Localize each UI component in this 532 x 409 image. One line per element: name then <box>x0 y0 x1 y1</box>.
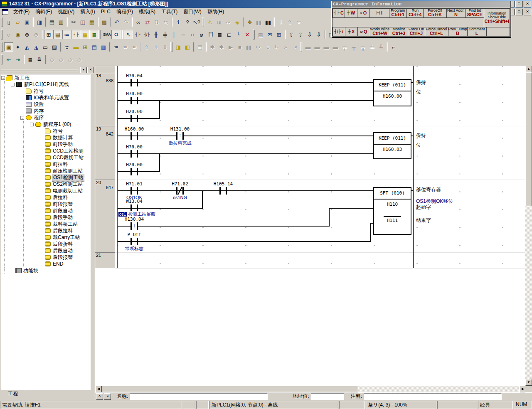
find-button[interactable]: ∞ <box>134 17 143 27</box>
new-contact-button[interactable]: ┤├ <box>133 30 142 39</box>
new-instruction-button[interactable]: 日 <box>206 30 215 39</box>
toolbar-grip[interactable] <box>1 30 3 39</box>
indent-decrease-button[interactable]: ⇤ <box>4 55 13 64</box>
tree-item[interactable]: 前拉料 <box>1 161 90 168</box>
tree-item[interactable]: 后段手动 <box>1 214 90 221</box>
tree-item[interactable]: -新PLC1[CP1H] 离线 <box>1 81 90 88</box>
rung-comment-button[interactable]: ▭ <box>41 42 50 52</box>
restore-button[interactable]: □ <box>515 1 523 7</box>
information-window[interactable]: CX-Programmer Information ┤├C╫W○O日IProgr… <box>331 1 511 37</box>
set-bit-value-button[interactable]: ⇩ <box>314 30 323 39</box>
redo-button[interactable]: ↷ <box>121 17 131 27</box>
menu-item[interactable]: 插入(I) <box>77 8 98 15</box>
differentiate-up-button[interactable]: ⇧ <box>142 42 151 52</box>
contact[interactable]: P_Off 常断标志 <box>130 238 139 245</box>
close-button[interactable]: ✕ <box>524 1 531 7</box>
zoom-out-button[interactable]: ⊖ <box>32 30 41 39</box>
menu-item[interactable]: 工具(T) <box>158 8 180 15</box>
name-field[interactable] <box>130 393 268 400</box>
show-monitor-boxes-button[interactable]: ┤├ <box>71 30 81 39</box>
zoom-region-button[interactable]: ◉ <box>13 30 22 39</box>
new-closed-contact-button[interactable]: ┤/├ <box>142 30 151 39</box>
zoom-in-button[interactable]: ⊕ <box>22 30 32 39</box>
cross-reference-button[interactable]: ≎ <box>62 42 71 52</box>
tree-expand-box[interactable]: - <box>30 123 34 126</box>
network-node-2-button[interactable]: ╥ <box>349 42 358 52</box>
scroll-up-button[interactable]: ▲ <box>525 66 532 72</box>
toolbar-grip[interactable] <box>253 30 255 39</box>
workspace-close-button[interactable]: ✕ <box>87 67 94 73</box>
address-reference-button[interactable]: ▬ <box>71 42 81 52</box>
compile-section-button[interactable]: ✉ <box>265 30 274 39</box>
tree-item[interactable]: 裁料桥工站 <box>1 221 90 227</box>
step-run-button[interactable]: ↦ <box>254 42 263 52</box>
workspace-grip[interactable] <box>1 69 78 71</box>
up-differentiated-contact[interactable]: ↑ H130.04 <box>130 222 139 230</box>
pause-monitor-button[interactable]: ▮▮ <box>254 17 264 27</box>
monitor-data-button[interactable]: ▤ <box>195 42 204 52</box>
contact[interactable]: H70.00 <box>130 97 139 104</box>
toolbar-grip[interactable] <box>1 42 3 52</box>
ci-view-button[interactable]: CI <box>111 30 121 39</box>
show-program-tree-button[interactable]: ≣ <box>90 30 99 39</box>
properties-button[interactable]: ▨ <box>50 42 59 52</box>
open-project-button[interactable]: ▱ <box>13 17 22 27</box>
tree-item[interactable]: 前段自动 <box>1 207 90 214</box>
new-horizontal-button[interactable]: ─ <box>179 30 188 39</box>
new-closed-coil-button[interactable]: ⌀ <box>197 30 206 39</box>
undo-button[interactable]: ↶ <box>112 17 121 27</box>
retrace-button[interactable]: ⇆ <box>161 17 170 27</box>
toolbar-grip[interactable] <box>1 17 3 27</box>
up-differentiated-contact[interactable]: ↑ H131.00 后拉料完成 <box>175 132 185 140</box>
operand-bar-collapse-button[interactable]: ◂ <box>104 393 111 400</box>
pause-simulation-button[interactable]: ▮▮ <box>244 42 254 52</box>
differentiate-down-button[interactable]: ⇩ <box>151 42 160 52</box>
tree-item[interactable]: -新程序1 (00) <box>1 121 90 128</box>
new-file-button[interactable]: ▯ <box>4 17 13 27</box>
pause-simulator-button[interactable]: ✱ <box>208 42 217 52</box>
help-topics-button[interactable]: ? <box>183 17 192 27</box>
force-reset-button[interactable]: ⇧ <box>296 30 305 39</box>
new-function-block-button[interactable]: ⊏ <box>224 30 234 39</box>
corner-connector-button[interactable]: ⌐ <box>389 42 398 52</box>
memory-view-button[interactable]: ⊞ <box>274 30 283 39</box>
io-bit-monitor-1-button[interactable]: ▬ <box>303 42 313 52</box>
tree-item[interactable]: CCD工站检测 <box>1 148 90 154</box>
child-restore-button[interactable]: □ <box>515 9 523 15</box>
watch-sheet-button[interactable]: ⊞ <box>81 42 90 52</box>
contact[interactable]: H70.04 <box>130 79 139 86</box>
operand-bar-close-button[interactable]: ✕ <box>96 393 103 400</box>
contact[interactable]: H160.00 <box>130 132 139 140</box>
rung-gutter-20[interactable]: 20 847 <box>95 180 115 252</box>
copy-button[interactable]: ◫ <box>78 17 87 27</box>
step-into-button[interactable]: ↴ <box>263 42 272 52</box>
bookmark-prev-button[interactable]: ◇ <box>66 55 75 64</box>
tree-expand-box[interactable]: - <box>1 76 5 80</box>
cut-button[interactable]: ✂ <box>69 17 78 27</box>
mdi-child-icon[interactable] <box>2 9 8 15</box>
display-decimal-button[interactable]: 10 <box>111 42 121 52</box>
step-out-button[interactable]: ↳ <box>272 42 281 52</box>
indent-increase-button[interactable]: ⇥ <box>13 55 22 64</box>
section-list-button[interactable]: ▩ <box>256 30 265 39</box>
force-set-button[interactable]: ⇧ <box>287 30 296 39</box>
tree-item[interactable]: 后段自动 <box>1 247 90 254</box>
io-bit-monitor-3-button[interactable]: ▬ <box>322 42 331 52</box>
horizontal-scrollbar[interactable]: ◀ ▶ <box>95 386 526 392</box>
menu-item[interactable]: 编程(P) <box>113 8 136 15</box>
tree-item[interactable]: IO表和单元设置 <box>1 94 90 101</box>
tree-expand-box[interactable]: - <box>11 83 15 86</box>
menu-item[interactable]: 文件(F) <box>10 8 32 15</box>
run-simulator-button[interactable]: ▶ <box>226 42 235 52</box>
network-node-5-button[interactable]: ╨ <box>377 42 386 52</box>
menu-item[interactable]: PLC <box>98 8 113 15</box>
show-annotations-button[interactable]: ≔ <box>62 30 71 39</box>
mnemonics-view-button[interactable]: ✦ <box>13 42 22 52</box>
paste-button[interactable]: ▦ <box>87 17 96 27</box>
scroll-thumb[interactable] <box>102 386 358 392</box>
tree-item[interactable]: 功能块 <box>1 267 90 274</box>
tree-item[interactable]: 电测裁切工站 <box>1 187 90 194</box>
compile-program-button[interactable]: ⚠ <box>205 17 214 27</box>
toolbar-grip[interactable] <box>170 42 172 52</box>
network-node-3-button[interactable]: ╦ <box>358 42 367 52</box>
